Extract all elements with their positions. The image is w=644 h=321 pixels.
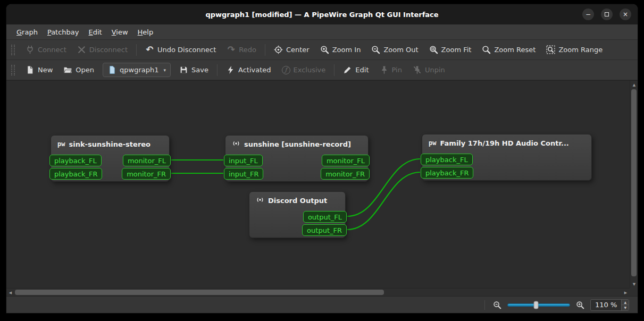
port-input-fl[interactable]: input_FL <box>224 155 263 166</box>
toolbar-separator <box>136 44 137 56</box>
scroll-right-arrow[interactable]: ▶ <box>622 289 630 297</box>
zoom-slider[interactable] <box>507 301 570 309</box>
zoom-out-icon[interactable] <box>493 301 501 309</box>
redo-button[interactable]: ↷ Redo <box>222 43 261 57</box>
node-header[interactable]: pw Family 17h/19h HD Audio Contr... <box>422 134 591 151</box>
spin-up-button[interactable]: ▲ <box>622 300 629 305</box>
pencil-icon <box>343 65 352 74</box>
spin-buttons: ▲ ▼ <box>621 300 629 310</box>
port-playback-fr[interactable]: playback_FR <box>49 168 102 180</box>
port-monitor-fr[interactable]: monitor_FR <box>122 168 171 180</box>
center-button[interactable]: Center <box>269 43 314 57</box>
graph-canvas[interactable]: pw sink-sunshine-stereo playback_FL moni… <box>6 81 630 288</box>
connections-layer <box>6 81 630 288</box>
port-input-fr[interactable]: input_FR <box>224 168 263 180</box>
app-window: qpwgraph1 [modified] — A PipeWire Graph … <box>6 4 638 314</box>
center-icon <box>274 45 283 54</box>
zoom-value[interactable]: 110 % <box>591 300 621 310</box>
zoom-range-button[interactable]: Zoom Range <box>541 43 607 57</box>
zoom-fit-icon <box>429 45 438 54</box>
disconnect-button[interactable]: Disconnect <box>72 43 132 57</box>
menu-help[interactable]: Help <box>133 26 158 39</box>
zoom-spinbox[interactable]: 110 % ▲ ▼ <box>590 299 629 311</box>
vertical-scrollbar-thumb[interactable] <box>631 89 637 276</box>
undo-disconnect-button[interactable]: ↶ Undo Disconnect <box>140 43 221 57</box>
exclusive-button[interactable]: ƒ Exclusive <box>277 63 331 77</box>
edit-button[interactable]: Edit <box>338 63 373 77</box>
port-playback-fl[interactable]: playback_FL <box>421 154 473 165</box>
scroll-up-arrow[interactable]: ▲ <box>630 81 638 89</box>
zoom-in-icon <box>320 45 329 54</box>
save-button[interactable]: Save <box>174 63 213 77</box>
open-button[interactable]: Open <box>58 63 99 77</box>
window-controls: − × <box>582 9 631 20</box>
toolbar-drag-handle[interactable] <box>11 45 15 55</box>
document-icon <box>107 65 116 74</box>
statusbar-separator <box>484 300 485 310</box>
node-sink-sunshine-stereo[interactable]: pw sink-sunshine-stereo playback_FL moni… <box>51 135 170 182</box>
horizontal-scrollbar-thumb[interactable] <box>15 290 384 295</box>
node-family-hd-audio[interactable]: pw Family 17h/19h HD Audio Contr... play… <box>422 134 592 181</box>
horizontal-scrollbar[interactable]: ◀ ▶ <box>6 288 630 296</box>
maximize-button[interactable] <box>601 9 613 20</box>
port-monitor-fl[interactable]: monitor_FL <box>322 155 370 166</box>
pin-button[interactable]: Pin <box>375 63 407 77</box>
node-header[interactable]: sunshine [sunshine-record] <box>225 136 368 153</box>
zoom-reset-button[interactable]: Zoom Reset <box>477 43 540 57</box>
node-header[interactable]: pw sink-sunshine-stereo <box>51 136 169 153</box>
minimize-button[interactable]: − <box>582 9 594 20</box>
disconnect-icon <box>77 45 86 54</box>
chevron-down-icon: ▾ <box>164 67 166 73</box>
port-playback-fl[interactable]: playback_FL <box>49 155 102 166</box>
redo-icon: ↷ <box>227 45 236 54</box>
menubar: Graph Patchbay Edit View Help <box>6 24 638 40</box>
node-title: sink-sunshine-stereo <box>69 140 150 148</box>
menu-graph[interactable]: Graph <box>12 26 43 39</box>
toolbar-separator <box>334 64 334 76</box>
toolbar-drag-handle[interactable] <box>11 65 15 75</box>
port-playback-fr[interactable]: playback_FR <box>421 167 473 179</box>
port-output-fr[interactable]: output_FR <box>302 224 347 236</box>
zoom-range-icon <box>546 45 555 54</box>
pipewire-icon: pw <box>57 140 65 148</box>
unpin-button[interactable]: Unpin <box>408 63 450 77</box>
spin-down-button[interactable]: ▼ <box>622 305 629 310</box>
close-button[interactable]: × <box>620 9 631 20</box>
pin-icon <box>380 65 389 74</box>
open-folder-icon <box>63 65 72 74</box>
patchbay-selector-dropdown[interactable]: qpwgraph1 ▾ <box>103 63 171 77</box>
zoom-slider-handle[interactable] <box>534 301 539 309</box>
window-title: qpwgraph1 [modified] — A PipeWire Graph … <box>205 11 438 19</box>
vertical-scrollbar[interactable]: ▲ ▼ <box>630 81 638 288</box>
scroll-down-arrow[interactable]: ▼ <box>630 280 638 288</box>
zoom-fit-button[interactable]: Zoom Fit <box>424 43 476 57</box>
zoom-in-icon[interactable] <box>576 301 584 309</box>
connect-button[interactable]: Connect <box>21 43 71 57</box>
activated-button[interactable]: Activated <box>221 63 276 77</box>
zoom-out-button[interactable]: Zoom Out <box>366 43 423 57</box>
maximize-icon <box>605 12 609 16</box>
menu-view[interactable]: View <box>107 26 133 39</box>
unpin-icon <box>413 65 422 74</box>
node-header[interactable]: Discord Output <box>249 192 345 209</box>
port-output-fl[interactable]: output_FL <box>303 211 347 223</box>
menu-edit[interactable]: Edit <box>84 26 107 39</box>
node-title: Family 17h/19h HD Audio Contr... <box>440 139 568 147</box>
scroll-left-arrow[interactable]: ◀ <box>6 289 14 297</box>
new-button[interactable]: New <box>21 63 57 77</box>
node-sunshine-record[interactable]: sunshine [sunshine-record] input_FL moni… <box>225 135 369 182</box>
connect-icon <box>26 45 35 54</box>
port-monitor-fl[interactable]: monitor_FL <box>123 155 171 166</box>
titlebar[interactable]: qpwgraph1 [modified] — A PipeWire Graph … <box>6 4 638 24</box>
scrollbar-corner <box>630 288 638 296</box>
exclusive-icon: ƒ <box>282 66 290 74</box>
pipewire-icon: pw <box>429 139 436 147</box>
graph-toolbar: Connect Disconnect ↶ Undo Disconnect ↷ R… <box>6 40 638 60</box>
zoom-reset-icon <box>482 45 491 54</box>
node-discord-output[interactable]: Discord Output output_FL output_FR <box>249 191 346 238</box>
zoom-in-button[interactable]: Zoom In <box>315 43 366 57</box>
zoom-slider-track[interactable] <box>507 303 570 307</box>
menu-patchbay[interactable]: Patchbay <box>43 26 84 39</box>
file-toolbar: New Open qpwgraph1 ▾ Save Activated ƒ Ex… <box>6 60 638 80</box>
port-monitor-fr[interactable]: monitor_FR <box>321 168 370 180</box>
